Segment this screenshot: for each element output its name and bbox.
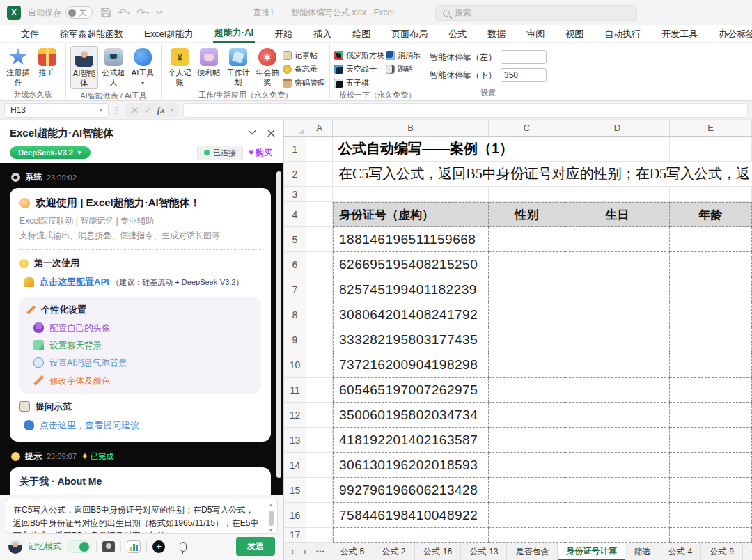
lottery-button[interactable]: 年会抽奖 bbox=[253, 46, 281, 88]
id-cell[interactable]: 333282195803177435 bbox=[333, 327, 489, 352]
row-header[interactable]: 4 bbox=[284, 202, 306, 227]
row-header[interactable]: 7 bbox=[284, 277, 306, 302]
add-icon[interactable]: + bbox=[152, 540, 165, 553]
id-cell[interactable]: 605465197007262975 bbox=[333, 378, 489, 403]
tab-xujuntai-functions[interactable]: 徐军泰超能函数 bbox=[58, 26, 125, 42]
password-manager-button[interactable]: 密码管理 bbox=[283, 78, 325, 88]
scroll-up-icon[interactable]: ▲ bbox=[269, 501, 274, 509]
model-selector[interactable]: DeepSeek-V3.2▼ bbox=[10, 146, 91, 159]
change-font-color-link[interactable]: 修改字体及颜色 bbox=[49, 375, 111, 387]
table-header-id[interactable]: 身份证号（虚构） bbox=[333, 202, 489, 227]
personal-ledger-button[interactable]: 个人记账 bbox=[166, 46, 194, 88]
tab-insert[interactable]: 插入 bbox=[312, 26, 333, 42]
quick-access-chevron-icon[interactable] bbox=[156, 10, 162, 15]
tab-automate[interactable]: 自动执行 bbox=[603, 26, 642, 42]
configure-api-link[interactable]: 点击这里配置API bbox=[40, 277, 109, 287]
search-input[interactable]: 搜索 bbox=[435, 5, 637, 21]
tab-draw[interactable]: 绘图 bbox=[351, 26, 372, 42]
name-box[interactable]: H13▾ bbox=[4, 103, 109, 118]
set-avatar-link[interactable]: 配置自己的头像 bbox=[49, 322, 111, 334]
tab-home[interactable]: 开始 bbox=[273, 26, 294, 42]
sheet-tab[interactable]: 公式-1 bbox=[743, 543, 752, 560]
id-cell[interactable]: 418192201402163587 bbox=[333, 428, 489, 453]
sheet-tab-active[interactable]: 身份证号计算 bbox=[558, 543, 625, 560]
table-header-gender[interactable]: 性别 bbox=[489, 202, 565, 227]
formula-input[interactable] bbox=[183, 103, 748, 118]
id-cell[interactable]: 992796196606213428 bbox=[333, 478, 489, 503]
id-cell[interactable]: 188146196511159668 bbox=[333, 227, 489, 252]
save-icon[interactable] bbox=[101, 8, 111, 17]
tab-view[interactable]: 视图 bbox=[564, 26, 585, 42]
row-header[interactable]: 9 bbox=[284, 327, 306, 352]
pane-close-icon[interactable] bbox=[267, 130, 275, 137]
tab-formulas[interactable]: 公式 bbox=[447, 26, 468, 42]
row-header[interactable]: 3 bbox=[284, 187, 306, 202]
sheet-nav-left-icon[interactable]: ‹ bbox=[291, 547, 294, 557]
gomoku-button[interactable]: 五子棋 bbox=[334, 78, 384, 88]
sky-warrior-button[interactable]: 天空战士 bbox=[334, 64, 384, 75]
row-header[interactable]: 12 bbox=[284, 403, 306, 428]
tab-developer[interactable]: 开发工具 bbox=[660, 26, 699, 42]
promote-button[interactable]: 推 广 bbox=[33, 46, 61, 78]
user-avatar[interactable] bbox=[8, 540, 22, 554]
memo-pad-button[interactable]: 记事帖 bbox=[283, 50, 325, 61]
sheet-tab[interactable]: 公式-16 bbox=[415, 543, 461, 560]
insert-function-icon[interactable]: fx bbox=[157, 104, 165, 116]
id-cell[interactable]: 825745199401182239 bbox=[333, 277, 489, 302]
row-header[interactable]: 8 bbox=[284, 302, 306, 327]
sheet-nav-more-icon[interactable]: ••• bbox=[316, 548, 324, 555]
enter-check-icon[interactable]: ✓ bbox=[144, 105, 152, 116]
scroll-thumb[interactable] bbox=[269, 511, 274, 526]
parkour-button[interactable]: 跑酷 bbox=[386, 64, 421, 75]
redo-icon[interactable]: ↷▾ bbox=[137, 6, 150, 19]
id-cell[interactable]: 306130196202018593 bbox=[333, 453, 489, 478]
pane-collapse-icon[interactable] bbox=[248, 130, 256, 137]
camera-icon[interactable] bbox=[102, 541, 115, 552]
scroll-down-icon[interactable]: ▼ bbox=[269, 527, 274, 534]
register-plugin-button[interactable]: 注册插件 bbox=[4, 46, 32, 88]
tab-file[interactable]: 文件 bbox=[19, 26, 40, 42]
tab-superpower-ai[interactable]: 超能力·AI bbox=[213, 24, 255, 43]
tab-data[interactable]: 数据 bbox=[486, 26, 507, 42]
formula-superman-button[interactable]: 公式超人 bbox=[100, 46, 127, 88]
id-cell[interactable]: 737216200904198298 bbox=[333, 352, 489, 378]
tab-page-layout[interactable]: 页面布局 bbox=[390, 26, 429, 42]
column-header-b[interactable]: B bbox=[333, 120, 489, 136]
row-header[interactable]: 1 bbox=[284, 137, 306, 162]
chat-scrollbar[interactable] bbox=[276, 171, 281, 478]
row-header[interactable]: 17 bbox=[284, 528, 306, 543]
set-bubble-background-link[interactable]: 设置AI消息气泡背景 bbox=[49, 357, 127, 368]
column-header-c[interactable]: C bbox=[489, 120, 565, 136]
tab-review[interactable]: 审阅 bbox=[525, 26, 546, 42]
dock-bottom-input[interactable]: 350 bbox=[501, 68, 547, 82]
tab-office-tab[interactable]: 办公标签 bbox=[717, 26, 752, 42]
sticky-note-button[interactable]: 便利帖 bbox=[195, 46, 223, 78]
row-header[interactable]: 5 bbox=[284, 227, 306, 252]
sheet-tab[interactable]: 公式-2 bbox=[373, 543, 415, 560]
row-header[interactable]: 2 bbox=[284, 162, 306, 187]
cancel-icon[interactable]: ✕ bbox=[131, 105, 139, 116]
column-header-a[interactable]: A bbox=[306, 120, 333, 136]
memorandum-button[interactable]: 备忘录 bbox=[283, 64, 325, 75]
sheet-tab[interactable]: 公式-5 bbox=[331, 543, 373, 560]
autosave-toggle[interactable]: 关 bbox=[65, 6, 93, 19]
input-scrollbar[interactable]: ▲▼ bbox=[267, 501, 275, 531]
chat-input[interactable]: 在C5写入公式，返回B5中身份证号对应的性别；在D5写入公式，返回B5中身份证号… bbox=[6, 499, 278, 534]
row-header[interactable]: 11 bbox=[284, 378, 306, 403]
row-header[interactable]: 13 bbox=[284, 428, 306, 453]
tetris-button[interactable]: 俄罗斯方块 bbox=[334, 50, 384, 61]
dock-left-input[interactable] bbox=[501, 50, 547, 64]
column-header-e[interactable]: E bbox=[670, 120, 752, 136]
id-cell[interactable]: 350060195802034734 bbox=[333, 403, 489, 428]
table-header-age[interactable]: 年龄 bbox=[670, 202, 752, 227]
undo-icon[interactable]: ↶▾ bbox=[118, 6, 130, 19]
row-header[interactable]: 14 bbox=[284, 453, 306, 478]
row-header[interactable]: 15 bbox=[284, 478, 306, 503]
sheet-tab[interactable]: 公式-13 bbox=[461, 543, 507, 560]
buy-link[interactable]: ♥购买 bbox=[249, 147, 272, 159]
microphone-icon[interactable] bbox=[180, 542, 187, 552]
sheet-tab[interactable]: 公式-9 bbox=[701, 543, 743, 560]
sheet-nav-right-icon[interactable]: › bbox=[304, 547, 306, 557]
formula-chevron-icon[interactable]: ▾ bbox=[171, 107, 174, 114]
column-header-d[interactable]: D bbox=[565, 120, 670, 136]
